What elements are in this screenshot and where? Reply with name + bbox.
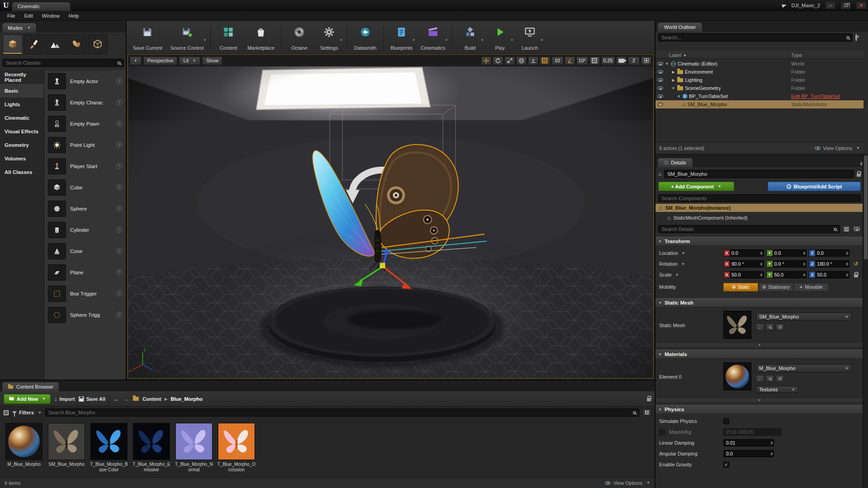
visibility-eye-icon[interactable]: [657, 103, 663, 106]
source-control-button[interactable]: Source Control ▼: [167, 23, 207, 52]
settings-button[interactable]: Settings ▼: [315, 23, 344, 52]
label-column-header[interactable]: Label: [669, 52, 681, 58]
rotation-snap-value[interactable]: 10°: [576, 56, 588, 65]
outliner-row-lighting[interactable]: ▶ Lighting Folder: [656, 76, 863, 84]
help-icon[interactable]: ?: [116, 206, 122, 211]
search-components-input[interactable]: Search Components: [658, 194, 861, 202]
visibility-eye-icon[interactable]: [657, 62, 663, 66]
help-icon[interactable]: ?: [116, 163, 122, 169]
category-basic[interactable]: Basic: [0, 84, 44, 98]
minimize-button[interactable]: –: [826, 2, 835, 9]
browse-icon[interactable]: [766, 375, 774, 382]
place-item-box-trigger[interactable]: Box Trigger ?: [44, 283, 126, 304]
viewport-3d-scene[interactable]: x y: [128, 55, 653, 378]
details-scrollbar[interactable]: [863, 154, 868, 488]
scale-snap-toggle[interactable]: [590, 56, 600, 65]
enable-gravity-checkbox[interactable]: ✓: [723, 462, 729, 468]
help-icon[interactable]: ?: [116, 121, 122, 127]
filters-button[interactable]: Filters ▼: [12, 410, 42, 415]
place-item-sphere[interactable]: Sphere ?: [44, 198, 126, 219]
scale-lock-icon[interactable]: [852, 272, 860, 277]
viewport-panel[interactable]: x y ▼ Perspective Lit▼ Show 10 10°: [127, 54, 654, 379]
help-icon[interactable]: ?: [116, 99, 122, 105]
save-current-button[interactable]: Save Current: [129, 23, 166, 52]
category-visual-effects[interactable]: Visual Effects: [0, 125, 44, 138]
menu-edit[interactable]: Edit: [20, 11, 38, 21]
visibility-eye-icon[interactable]: [657, 94, 663, 98]
tab-modes[interactable]: Modes ▼: [2, 23, 37, 33]
location-x-field[interactable]: X0.0: [723, 249, 764, 257]
content-button[interactable]: Content: [214, 23, 243, 52]
saved-filter-icon[interactable]: [643, 409, 651, 416]
edit-blueprint-link[interactable]: Edit BP_TurnTableSet: [791, 94, 840, 99]
place-item-empty-pawn[interactable]: Empty Pawn ?: [44, 113, 126, 134]
marketplace-button[interactable]: Marketplace: [244, 23, 278, 52]
category-recently-placed[interactable]: Recently Placed: [0, 70, 44, 84]
rotate-tool-button[interactable]: [493, 56, 503, 65]
category-geometry[interactable]: Geometry: [0, 138, 44, 152]
help-icon[interactable]: ?: [116, 248, 122, 254]
outliner-view-options[interactable]: View Options ▼: [815, 145, 860, 151]
blueprints-button[interactable]: Blueprints ▼: [387, 23, 416, 52]
help-icon[interactable]: ?: [116, 78, 122, 84]
category-cinematic[interactable]: Cinematic: [0, 111, 44, 125]
add-new-button[interactable]: Add New ▼: [4, 394, 51, 404]
expand-arrow-icon[interactable]: ▼: [671, 86, 675, 90]
use-selected-icon[interactable]: ←: [756, 375, 764, 382]
reset-icon[interactable]: ↺: [776, 324, 784, 331]
place-item-point-light[interactable]: Point Light ?: [44, 134, 126, 155]
visibility-eye-icon[interactable]: [657, 86, 663, 90]
outliner-search-input[interactable]: Search...: [658, 33, 853, 42]
scale-snap-value[interactable]: 0.25: [601, 56, 615, 65]
visibility-eye-icon[interactable]: [657, 78, 663, 82]
physics-section-header[interactable]: ▼ Physics: [656, 405, 863, 414]
send-feedback-icon[interactable]: [782, 3, 787, 8]
place-item-plane[interactable]: Plane ?: [44, 262, 126, 283]
lock-sources-icon[interactable]: [647, 398, 651, 401]
place-item-cube[interactable]: Cube ?: [44, 177, 126, 198]
type-column-header[interactable]: Type: [791, 52, 802, 58]
paint-mode-button[interactable]: [24, 34, 44, 54]
world-space-button[interactable]: [516, 56, 527, 65]
outliner-settings-icon[interactable]: [855, 34, 857, 41]
close-button[interactable]: ×: [856, 2, 866, 9]
search-details-input[interactable]: Search Details: [658, 225, 840, 233]
grid-snap-toggle[interactable]: [540, 56, 550, 65]
display-filter-eye-icon[interactable]: [853, 225, 861, 233]
section-collapse-strip[interactable]: ▼: [656, 398, 863, 403]
camera-speed-value[interactable]: 2: [628, 56, 640, 65]
octane-button[interactable]: Octane: [285, 23, 314, 52]
mobility-stationary-option[interactable]: Stationary: [759, 283, 793, 291]
scrollbar-thumb[interactable]: [864, 155, 868, 259]
foliage-mode-button[interactable]: [66, 34, 86, 54]
asset-tile-material[interactable]: M_Blue_Morpho: [4, 423, 44, 467]
rotation-x-field[interactable]: X90.0 °: [723, 260, 764, 267]
materials-section-header[interactable]: ▼ Materials: [656, 350, 863, 359]
expand-arrow-icon[interactable]: ▼: [677, 94, 681, 99]
place-item-cylinder[interactable]: Cylinder ?: [44, 219, 126, 240]
menu-help[interactable]: Help: [64, 11, 84, 21]
simulate-physics-checkbox[interactable]: [723, 418, 729, 424]
expand-arrow-icon[interactable]: ▶: [671, 70, 675, 74]
help-icon[interactable]: ?: [116, 269, 122, 275]
material-thumbnail[interactable]: [723, 362, 751, 390]
expand-arrow-icon[interactable]: ▶: [671, 78, 675, 82]
help-icon[interactable]: ?: [116, 184, 122, 190]
place-item-player-start[interactable]: Player Start ?: [44, 155, 126, 177]
outliner-row-bp-turntableset[interactable]: ▼ BP_TurnTableSet Edit BP_TurnTableSet: [656, 92, 863, 100]
move-tool-button[interactable]: [481, 56, 491, 65]
actor-name-input[interactable]: SM_Blue_Morpho: [664, 170, 854, 178]
help-icon[interactable]: ?: [116, 291, 122, 296]
rotation-z-field[interactable]: Z180.0 °: [809, 260, 849, 267]
category-all-classes[interactable]: All Classes: [0, 165, 44, 179]
breadcrumb-content[interactable]: Content: [142, 396, 161, 402]
tab-details[interactable]: ⓘ Details: [657, 158, 693, 167]
linear-damping-input[interactable]: 0.01: [723, 439, 774, 446]
help-icon[interactable]: ?: [116, 142, 122, 148]
help-icon[interactable]: ?: [116, 312, 122, 318]
search-classes-input[interactable]: Search Classes: [3, 59, 124, 67]
mobility-static-option[interactable]: Static: [723, 283, 758, 291]
tab-world-outliner[interactable]: World Outliner: [657, 22, 703, 32]
play-button[interactable]: Play ▼: [486, 23, 514, 52]
grid-snap-value[interactable]: 10: [552, 56, 563, 65]
